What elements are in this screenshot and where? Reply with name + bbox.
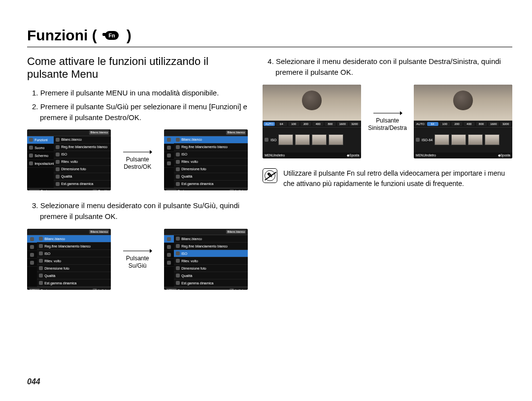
iso64-label: ISO-64 (422, 138, 432, 142)
note-block: ✎ Utilizzare il pulsante Fn sul retro de… (263, 168, 512, 189)
screen-header: Bilanc.bianco (89, 130, 109, 134)
page-number: 044 (27, 377, 40, 386)
note-icon: ✎ (263, 168, 277, 183)
arrow-su-giu: Pulsante Su/Giù (123, 248, 152, 270)
iso-screen-auto: AUTO 64 100 200 400 800 1600 3200 ISO ME… (263, 85, 361, 158)
menu-screen-select1: Bilanc.bianco Bilanc.bianco Reg.fine bil… (27, 229, 111, 290)
svg-rect-1 (102, 33, 106, 36)
step-1: 1. Premere il pulsante MENU in una modal… (32, 88, 248, 98)
svg-marker-8 (400, 111, 402, 115)
footer-indietro: Indietro (235, 189, 246, 190)
tab-schermo: Schermo (27, 152, 54, 160)
tab-impostazioni: Impostazioni (27, 160, 54, 168)
menu-screen-select-iso: Bilanc.bianco Bilanc.bianco Reg.fine bil… (164, 229, 248, 290)
title-text: Funzioni ( (27, 27, 97, 44)
arrow-destro-ok: Pulsante Destro/OK (123, 150, 152, 171)
step-3: 3. Selezionare il menu desiderato con il… (32, 200, 248, 222)
menu-screen-items: Bilanc.bianco Bilanc.bianco Reg.fine bil… (164, 129, 248, 190)
iso-screen-64: AUTO 64 100 200 400 800 1600 3200 ISO-64… (414, 85, 512, 158)
step-2: 2. Premere il pulsante Su/Giù per selezi… (32, 101, 248, 123)
left-column: Come attivare le funzioni utilizzando il… (27, 55, 248, 300)
right-column: 4. Selezionare il menu desiderato con il… (263, 55, 512, 300)
footer-cambia: Cambia (98, 189, 109, 190)
note-text: Utilizzare il pulsante Fn sul retro dell… (283, 168, 512, 189)
tab-funzioni: Funzioni (27, 136, 54, 144)
subtitle: Come attivare le funzioni utilizzando il… (27, 55, 248, 81)
iso-label: ISO (270, 138, 276, 142)
fn-icon: Fn (102, 28, 122, 43)
svg-text:Fn: Fn (108, 32, 115, 38)
svg-marker-4 (150, 150, 152, 154)
page-title: Funzioni ( Fn ) (27, 27, 512, 47)
step-4: 4. Selezionare il menu desiderato con il… (267, 56, 512, 78)
footer-esci: Esci (41, 189, 47, 190)
arrow-sinistra-destra: Pulsante Sinistra/Destra (368, 111, 407, 132)
svg-marker-6 (150, 249, 152, 253)
figure-row-1: Bilanc.bianco Funzioni Suono Schermo Imp… (27, 129, 248, 190)
menu-screen-funzioni: Bilanc.bianco Funzioni Suono Schermo Imp… (27, 129, 111, 190)
tab-suono: Suono (27, 144, 54, 152)
title-close: ) (127, 27, 132, 44)
figure-row-2: Bilanc.bianco Bilanc.bianco Reg.fine bil… (27, 229, 248, 290)
figure-row-3: AUTO 64 100 200 400 800 1600 3200 ISO ME… (263, 85, 512, 158)
